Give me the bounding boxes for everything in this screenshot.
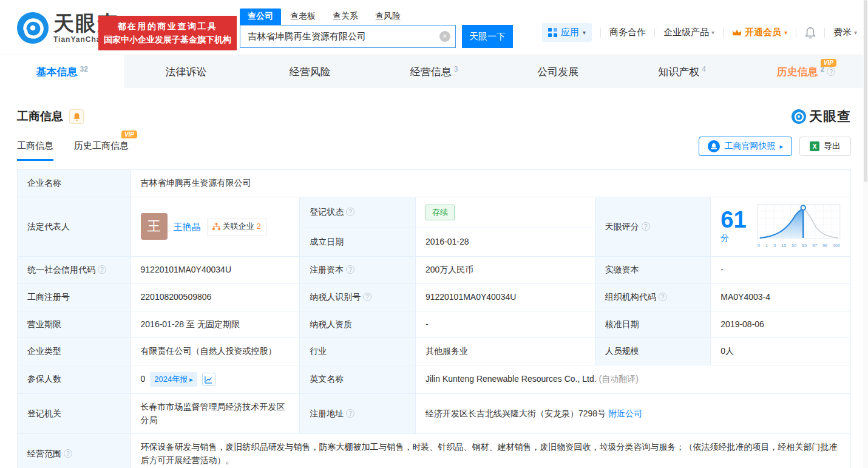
score-unit: 分 bbox=[721, 233, 729, 243]
help-icon[interactable]: ? bbox=[659, 293, 667, 301]
tab-operation-info[interactable]: 经营信息 3 bbox=[372, 55, 496, 88]
search-tab-relation[interactable]: 查关系 bbox=[325, 8, 366, 25]
table-row: 统一社会信用代码? 91220101MA0Y40034U 注册资本? 200万人… bbox=[18, 257, 851, 284]
business-coop-link[interactable]: 商务合作 bbox=[609, 27, 646, 38]
user-menu[interactable]: 费米 ▾ bbox=[833, 27, 857, 38]
tab-history-info[interactable]: VIP 历史信息 2 ? bbox=[744, 55, 868, 88]
tab-intellectual-property[interactable]: 知识产权 4 bbox=[620, 55, 744, 88]
auto-translate-note: (自动翻译) bbox=[598, 374, 638, 384]
score-tick: 100 bbox=[833, 243, 840, 249]
search-tab-risk[interactable]: 查风险 bbox=[367, 8, 409, 25]
trend-chart-button[interactable] bbox=[202, 373, 215, 386]
reg-status-label: 登记状态? bbox=[300, 197, 416, 228]
help-icon[interactable]: ? bbox=[346, 265, 354, 274]
search-button[interactable]: 天眼一下 bbox=[462, 25, 513, 48]
open-membership-label: 开通会员 bbox=[745, 27, 781, 38]
chevron-down-icon: ▾ bbox=[583, 29, 586, 36]
divider bbox=[600, 28, 601, 38]
help-icon[interactable]: ? bbox=[642, 222, 650, 231]
vip-badge: VIP bbox=[121, 131, 137, 138]
annual-report-label: 2024年报 bbox=[154, 373, 188, 385]
table-row: 法定代表人 王 王艳晶 关联企业 2 bbox=[18, 197, 851, 228]
tab-legal-lawsuits[interactable]: 法律诉讼 bbox=[124, 55, 248, 88]
section-title: 工商信息 bbox=[17, 109, 63, 124]
approval-date-label: 核准日期 bbox=[595, 311, 711, 338]
divider bbox=[723, 28, 724, 38]
scrollbar-thumb[interactable] bbox=[864, 0, 867, 182]
enterprise-product-label: 企业级产品 bbox=[663, 27, 709, 38]
paid-capital-label: 实缴资本 bbox=[595, 257, 711, 284]
open-membership-menu[interactable]: 开通会员 ▾ bbox=[732, 27, 787, 38]
score-tick: 15 bbox=[781, 243, 786, 249]
english-name-cell: Jilin Kunteng Renewable Resources Co., L… bbox=[415, 365, 850, 393]
reg-capital-label: 注册资本? bbox=[300, 257, 416, 284]
business-info-table: 企业名称 吉林省坤腾再生资源有限公司 法定代表人 王 王艳晶 关联 bbox=[17, 169, 851, 468]
excel-icon: X bbox=[810, 141, 819, 151]
related-companies-badge[interactable]: 关联企业 2 bbox=[207, 218, 266, 235]
tab-operation-risk[interactable]: 经营风险 bbox=[248, 55, 372, 88]
search-input[interactable] bbox=[240, 25, 456, 48]
help-icon[interactable]: ? bbox=[827, 67, 835, 76]
trend-chart-icon bbox=[205, 376, 212, 384]
divider bbox=[824, 28, 825, 38]
export-label: 导出 bbox=[824, 141, 841, 152]
help-icon[interactable]: ? bbox=[64, 449, 72, 458]
search-tab-boss[interactable]: 查老板 bbox=[282, 8, 324, 25]
tab-company-development[interactable]: 公司发展 bbox=[496, 55, 620, 88]
score-tick: 0 bbox=[758, 243, 760, 249]
reg-status-value: 存续 bbox=[415, 197, 595, 228]
stamp-icon bbox=[708, 140, 720, 152]
chevron-down-icon: ▾ bbox=[784, 29, 787, 36]
legal-rep-avatar[interactable]: 王 bbox=[141, 213, 168, 240]
english-name-label: 英文名称 bbox=[300, 365, 416, 393]
company-section-tabs: 基本信息 32 法律诉讼 经营风险 经营信息 3 公司发展 知识产权 4 VIP… bbox=[0, 55, 868, 88]
table-row: 参保人数 0 2024年报 ▸ bbox=[18, 365, 851, 393]
subtab-history-business-info-label: 历史工商信息 bbox=[74, 140, 129, 151]
official-snapshot-label: 工商官网快照 bbox=[724, 141, 775, 152]
score-cell: 61分 bbox=[711, 197, 851, 257]
search-tab-company[interactable]: 查公司 bbox=[240, 8, 281, 25]
score-tick: 1 bbox=[765, 243, 768, 249]
tab-basic-info-label: 基本信息 bbox=[36, 65, 77, 79]
top-navigation: 应用 ▾ 商务合作 企业级产品 ▾ 开通会员 ▾ 费米 ▾ bbox=[542, 23, 857, 42]
industry-label: 行业 bbox=[300, 338, 416, 365]
clear-search-icon[interactable]: × bbox=[439, 31, 450, 42]
score-chart-ticks: 0131550859799100 bbox=[757, 243, 841, 249]
company-type-label: 企业类型 bbox=[18, 338, 131, 365]
subtab-business-info[interactable]: 工商信息 bbox=[17, 140, 53, 161]
insured-count-label: 参保人数 bbox=[18, 365, 131, 393]
help-icon[interactable]: ? bbox=[346, 208, 354, 216]
notification-bell-icon[interactable] bbox=[805, 27, 816, 39]
enterprise-product-menu[interactable]: 企业级产品 ▾ bbox=[663, 27, 714, 38]
tab-legal-lawsuits-label: 法律诉讼 bbox=[165, 65, 206, 79]
insured-count-value: 0 bbox=[141, 373, 146, 386]
taxpayer-quality-value: - bbox=[415, 311, 595, 338]
industry-value: 其他服务业 bbox=[415, 338, 595, 365]
annual-report-badge[interactable]: 2024年报 ▸ bbox=[150, 372, 197, 387]
subtab-history-business-info[interactable]: VIP 历史工商信息 bbox=[74, 140, 129, 161]
official-snapshot-button[interactable]: 工商官网快照 ▸ bbox=[699, 137, 792, 156]
help-icon[interactable]: ? bbox=[98, 265, 106, 274]
help-icon[interactable]: ? bbox=[363, 293, 371, 301]
nearby-companies-link[interactable]: 附近公司 bbox=[608, 409, 642, 418]
scrollbar[interactable] bbox=[863, 0, 868, 468]
reg-authority-value: 长春市市场监督管理局经济技术开发区分局 bbox=[131, 394, 300, 434]
export-button[interactable]: X 导出 bbox=[799, 137, 851, 156]
taxpayer-id-label: 纳税人识别号? bbox=[300, 283, 416, 311]
legal-rep-name-link[interactable]: 王艳晶 bbox=[174, 220, 201, 234]
search-tabs: 查公司 查老板 查关系 查风险 bbox=[240, 8, 513, 25]
table-row: 企业类型 有限责任公司（自然人投资或控股） 行业 其他服务业 人员规模 0人 bbox=[18, 338, 851, 365]
apps-menu[interactable]: 应用 ▾ bbox=[542, 23, 592, 42]
approval-date-value: 2019-08-06 bbox=[711, 311, 851, 338]
address-cell: 经济开发区长吉北线兴隆大街（安龙泉）7298号 附近公司 bbox=[415, 394, 850, 434]
table-row: 营业期限 2016-01-28 至 无固定期限 纳税人资质 - 核准日期 201… bbox=[18, 311, 851, 338]
help-icon[interactable]: ? bbox=[346, 409, 354, 418]
score-tick: 50 bbox=[792, 243, 796, 249]
watermark-text: 天眼查 bbox=[809, 107, 851, 126]
tab-basic-info[interactable]: 基本信息 32 bbox=[0, 55, 124, 88]
english-name-value: Jilin Kunteng Renewable Resources Co., L… bbox=[426, 374, 597, 384]
subscribe-bell-button[interactable] bbox=[69, 109, 84, 124]
apps-grid-icon bbox=[548, 28, 557, 37]
tab-history-info-label: 历史信息 bbox=[776, 65, 818, 79]
chevron-down-icon: ▾ bbox=[711, 29, 714, 36]
